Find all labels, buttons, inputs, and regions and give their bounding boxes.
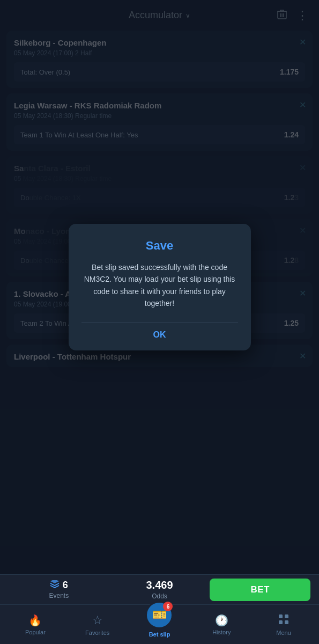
nav-label-menu: Menu — [276, 630, 291, 636]
clock-icon: 🕐 — [215, 614, 228, 627]
save-modal: Save Bet slip saved successfully with th… — [69, 224, 251, 351]
modal-ok-button[interactable]: OK — [81, 323, 238, 340]
odds-label: Odds — [152, 592, 167, 600]
nav-label-betslip: Bet slip — [149, 631, 170, 638]
nav-item-history[interactable]: 🕐 History — [190, 614, 253, 635]
nav-item-popular[interactable]: 🔥 Popular — [4, 614, 66, 635]
events-label: Events — [49, 592, 69, 599]
layers-icon — [50, 580, 60, 591]
svg-rect-5 — [279, 614, 283, 618]
svg-rect-8 — [285, 620, 288, 624]
odds-value: 3.469 — [146, 579, 173, 591]
modal-body: Bet slip saved successfully with the cod… — [81, 261, 238, 310]
svg-rect-6 — [285, 614, 288, 618]
modal-overlay: Save Bet slip saved successfully with th… — [0, 0, 319, 574]
totals-events: 6 Events — [9, 580, 109, 599]
totals-odds: 3.469 Odds — [109, 579, 210, 600]
modal-title: Save — [81, 239, 238, 253]
bottom-nav: 🔥 Popular ☆ Favorites 🎫 6 Bet slip 🕐 His… — [0, 605, 319, 644]
betslip-badge: 6 — [163, 602, 173, 611]
nav-label-popular: Popular — [25, 629, 46, 635]
totals-row: 6 Events 3.469 Odds BET — [0, 575, 319, 605]
svg-rect-7 — [279, 620, 283, 624]
nav-item-favorites[interactable]: ☆ Favorites — [66, 613, 129, 636]
nav-label-favorites: Favorites — [85, 630, 109, 636]
nav-item-menu[interactable]: Menu — [253, 614, 315, 636]
nav-item-betslip[interactable]: 🎫 6 Bet slip — [129, 612, 191, 638]
bet-button[interactable]: BET — [210, 579, 310, 601]
events-count: 6 — [63, 580, 68, 591]
totals-events-top: 6 — [50, 580, 68, 591]
bottom-bar: 6 Events 3.469 Odds BET 🔥 Popular ☆ Favo… — [0, 574, 319, 644]
grid-icon — [278, 614, 289, 627]
fire-icon: 🔥 — [28, 614, 42, 627]
betslip-circle: 🎫 6 — [145, 601, 173, 629]
nav-label-history: History — [212, 629, 231, 635]
star-icon: ☆ — [92, 613, 103, 627]
